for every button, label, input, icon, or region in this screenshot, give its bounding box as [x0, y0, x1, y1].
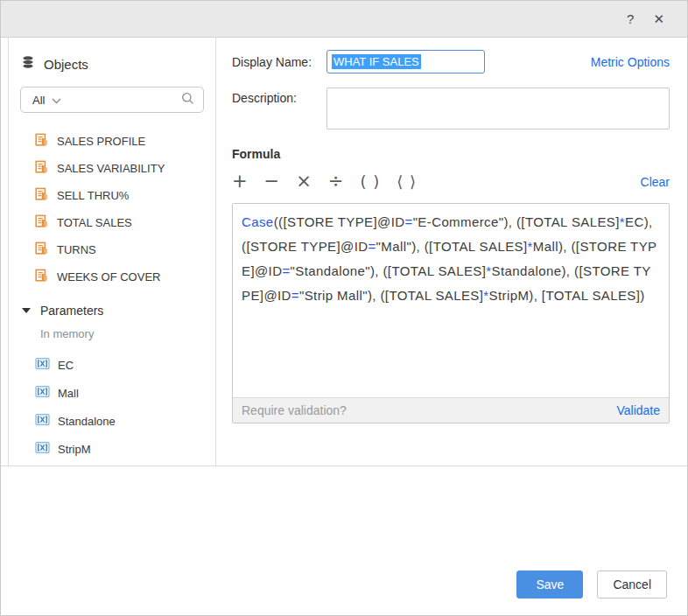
description-input[interactable] — [326, 88, 670, 130]
formula-heading: Formula — [232, 147, 670, 161]
filter-type-select[interactable]: All — [32, 94, 61, 107]
metric-object-item[interactable]: SELL THRU% — [9, 182, 215, 209]
filter-selected-value: All — [32, 94, 45, 107]
metric-icon — [35, 187, 49, 204]
display-name-input[interactable]: WHAT IF SALES — [326, 50, 485, 74]
operator-toolbar: + − × ÷ ( ) ⟨ ⟩ Clear — [232, 172, 670, 191]
dialog-footer: Save Cancel — [1, 466, 687, 615]
dialog-titlebar: ? ✕ — [1, 1, 687, 38]
parentheses-button[interactable]: ( ) — [360, 174, 380, 190]
parameters-title: Parameters — [40, 304, 103, 318]
metric-object-item[interactable]: WEEKS OF COVER — [9, 263, 215, 290]
metric-object-label: WEEKS OF COVER — [57, 270, 160, 284]
clear-formula-link[interactable]: Clear — [641, 175, 670, 189]
parameter-item[interactable]: Standalone — [9, 407, 215, 435]
help-icon[interactable]: ? — [627, 12, 634, 25]
metric-object-label: SELL THRU% — [57, 189, 129, 202]
metric-object-item[interactable]: TURNS — [9, 236, 215, 263]
chevron-down-icon — [52, 94, 61, 107]
close-icon[interactable]: ✕ — [653, 12, 664, 25]
multiply-operator-button[interactable]: × — [296, 172, 312, 191]
object-search-box[interactable]: All — [20, 87, 204, 113]
objects-title: Objects — [44, 57, 88, 72]
require-validation-hint: Require validation? — [242, 403, 347, 417]
triangle-down-icon — [22, 308, 31, 313]
metric-object-label: SALES VARIABILITY — [57, 162, 165, 175]
metric-editor-main: Display Name: WHAT IF SALES Metric Optio… — [216, 38, 687, 466]
parameter-label: Mall — [58, 387, 79, 400]
objects-sidebar: Objects All — [8, 38, 216, 466]
parameters-section-toggle[interactable]: Parameters — [9, 299, 215, 322]
database-icon — [21, 55, 35, 73]
parameter-icon — [35, 413, 50, 429]
validate-link[interactable]: Validate — [616, 403, 660, 417]
parameter-icon — [35, 441, 50, 457]
metric-object-label: TOTAL SALES — [57, 216, 132, 229]
metric-object-label: SALES PROFILE — [57, 135, 145, 148]
parameter-item[interactable]: StripM — [9, 435, 215, 463]
display-name-label: Display Name: — [232, 55, 326, 69]
search-icon — [181, 92, 194, 108]
parameter-icon — [35, 357, 50, 373]
description-label: Description: — [232, 88, 326, 105]
display-name-value: WHAT IF SALES — [332, 54, 421, 69]
metric-icon — [35, 133, 49, 150]
cancel-button[interactable]: Cancel — [597, 570, 667, 598]
formula-editor: Case(([STORE TYPE]@ID="E-Commerce"), ([T… — [232, 203, 670, 424]
plus-operator-button[interactable]: + — [232, 172, 248, 191]
objects-header: Objects — [9, 53, 215, 73]
metric-icon — [35, 160, 49, 177]
parameter-list: EC Mall Standalone — [9, 351, 215, 463]
minus-operator-button[interactable]: − — [264, 172, 280, 191]
metric-options-link[interactable]: Metric Options — [591, 55, 670, 69]
parameter-item[interactable]: Mall — [9, 379, 215, 407]
metric-object-item[interactable]: SALES PROFILE — [9, 128, 215, 155]
parameter-label: EC — [58, 359, 74, 372]
metric-object-label: TURNS — [57, 243, 96, 256]
metric-object-list: SALES PROFILE SALES VARIABILITY SELL THR… — [9, 128, 215, 290]
formula-text-input[interactable]: Case(([STORE TYPE]@ID="E-Commerce"), ([T… — [233, 204, 669, 397]
formula-footer: Require validation? Validate — [233, 397, 669, 423]
metric-object-item[interactable]: SALES VARIABILITY — [9, 155, 215, 182]
parameter-label: Standalone — [58, 415, 116, 428]
parameter-icon — [35, 385, 50, 401]
parameter-item[interactable]: EC — [9, 351, 215, 379]
angle-brackets-button[interactable]: ⟨ ⟩ — [397, 174, 417, 190]
parameters-subtitle: In memory — [9, 327, 215, 340]
metric-icon — [35, 242, 49, 258]
divide-operator-button[interactable]: ÷ — [328, 172, 344, 191]
metric-editor-dialog: ? ✕ Objects All — [0, 0, 688, 616]
metric-icon — [35, 214, 49, 231]
parameter-label: StripM — [58, 443, 91, 456]
metric-icon — [35, 269, 49, 285]
save-button[interactable]: Save — [516, 570, 583, 598]
metric-object-item[interactable]: TOTAL SALES — [9, 209, 215, 236]
